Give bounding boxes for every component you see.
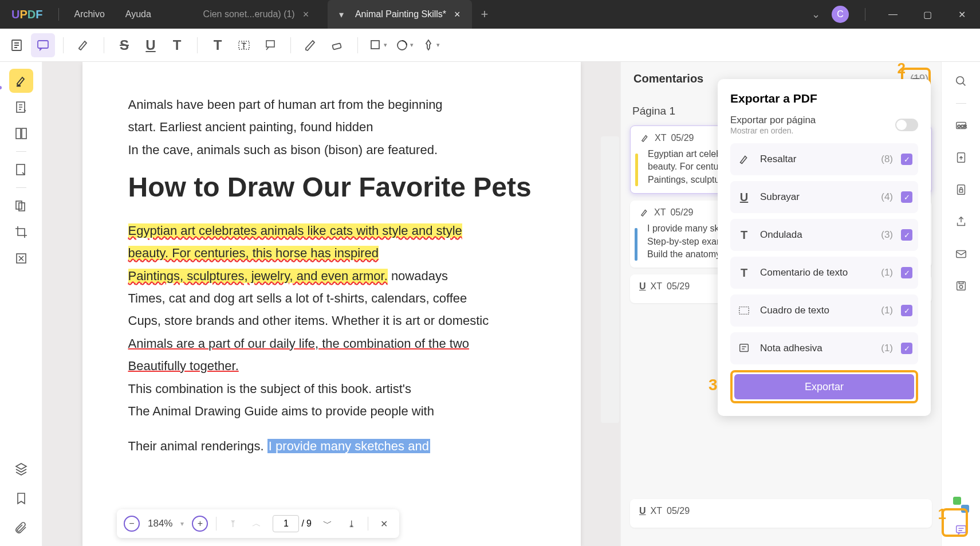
left-rail — [0, 62, 42, 546]
underline-icon: U — [639, 506, 646, 516]
textbox-tool[interactable]: T — [232, 33, 256, 57]
stamp-tool[interactable]: ▾ — [392, 33, 416, 57]
export-type-item[interactable]: U Subrayar(4) ✓ — [730, 181, 918, 213]
export-type-item[interactable]: Cuadro de texto(1) ✓ — [730, 294, 918, 327]
close-icon[interactable]: × — [454, 9, 461, 21]
layers-icon[interactable] — [9, 457, 33, 481]
svg-rect-1 — [38, 41, 48, 48]
toolbar: S U T T T ▾ ▾ ▾ — [0, 29, 980, 62]
svg-point-26 — [959, 285, 963, 289]
chevron-down-icon[interactable]: ⌄ — [812, 8, 820, 21]
checkbox[interactable]: ✓ — [901, 305, 912, 316]
zoom-in-button[interactable]: + — [192, 516, 208, 532]
page-input[interactable] — [273, 515, 299, 532]
export-type-item[interactable]: Resaltar(8) ✓ — [730, 143, 918, 175]
tab-inactive[interactable]: Cien sonet...eruda) (1) × — [184, 0, 328, 29]
svg-rect-17 — [740, 344, 749, 352]
svg-rect-24 — [956, 251, 966, 258]
bookmark-icon[interactable] — [9, 486, 33, 510]
tab-active[interactable]: ▾ Animal Painting Skills* × — [328, 0, 472, 29]
checkbox[interactable]: ✓ — [901, 154, 912, 165]
comments-title: Comentarios — [633, 72, 703, 85]
attachment-icon[interactable] — [9, 516, 33, 540]
scrollbar[interactable] — [601, 136, 619, 423]
highlight-sidebar-icon[interactable] — [9, 69, 33, 93]
highlight-tool[interactable] — [72, 33, 96, 57]
comments-toggle-icon[interactable] — [951, 520, 971, 540]
redact-sidebar-icon[interactable] — [9, 246, 33, 270]
checkbox[interactable]: ✓ — [901, 267, 912, 278]
page-navigation: − 184% ▾ + ⤒ ︿ / 9 ﹀ ⤓ ✕ — [117, 509, 399, 538]
zoom-out-button[interactable]: − — [124, 516, 140, 532]
underline-tool[interactable]: U — [139, 33, 163, 57]
new-tab-button[interactable]: + — [472, 7, 498, 22]
pin-tool[interactable]: ▾ — [419, 33, 443, 57]
convert-icon[interactable] — [951, 147, 971, 168]
maximize-button[interactable]: ▢ — [916, 9, 939, 20]
organize-sidebar-icon[interactable] — [9, 194, 33, 218]
pencil-tool[interactable] — [299, 33, 323, 57]
squiggly-tool[interactable]: T — [165, 33, 189, 57]
text-icon: T — [736, 265, 752, 281]
reader-tool[interactable] — [5, 33, 29, 57]
share-icon[interactable] — [951, 211, 971, 232]
close-button[interactable]: ✕ — [950, 9, 973, 20]
export-type-item[interactable]: T Comentario de texto(1) ✓ — [730, 257, 918, 289]
export-type-item[interactable]: T Ondulada(3) ✓ — [730, 219, 918, 251]
svg-text:T: T — [242, 42, 246, 50]
dropdown-icon[interactable]: ▾ — [339, 9, 344, 20]
close-icon[interactable]: × — [303, 9, 309, 21]
export-type-item[interactable]: Nota adhesiva(1) ✓ — [730, 332, 918, 364]
svg-rect-27 — [959, 282, 963, 284]
next-page-button[interactable]: ﹀ — [320, 516, 336, 532]
ocr-icon[interactable]: OCR — [951, 115, 971, 136]
document-area[interactable]: Animals have been part of human art from… — [42, 62, 620, 546]
body-text: Their animal renderings. I provide many … — [128, 435, 535, 457]
menu-ayuda[interactable]: Ayuda — [115, 9, 162, 19]
checkbox[interactable]: ✓ — [901, 229, 912, 241]
theme-icon[interactable] — [953, 497, 969, 513]
page: Animals have been part of human art from… — [82, 62, 581, 546]
avatar[interactable]: C — [832, 6, 849, 23]
svg-rect-23 — [959, 190, 963, 193]
zoom-level[interactable]: 184% — [148, 518, 172, 529]
save-icon[interactable] — [951, 276, 971, 296]
first-page-button[interactable]: ⤒ — [225, 516, 241, 532]
menu-archivo[interactable]: Archivo — [64, 9, 115, 19]
per-page-toggle[interactable] — [895, 119, 918, 131]
svg-rect-5 — [332, 43, 341, 49]
edit-sidebar-icon[interactable] — [9, 95, 33, 119]
text-tool[interactable]: T — [206, 33, 230, 57]
callout-3: 3 — [709, 376, 718, 394]
crop-sidebar-icon[interactable] — [9, 220, 33, 244]
svg-rect-6 — [371, 41, 379, 49]
svg-point-18 — [956, 77, 963, 84]
body-text: start. Earliest ancient painting, found … — [128, 116, 535, 138]
comment-item[interactable]: U XT 05/29 — [630, 499, 932, 528]
shape-tool[interactable]: ▾ — [366, 33, 390, 57]
protect-icon[interactable] — [951, 179, 971, 200]
body-text: The Animal Drawing Guide aims to provide… — [128, 400, 535, 422]
callout-1: 1 — [938, 505, 946, 523]
email-icon[interactable] — [951, 243, 971, 264]
close-nav-button[interactable]: ✕ — [376, 516, 392, 532]
export-button[interactable]: Exportar — [734, 374, 914, 399]
callout-tool[interactable] — [258, 33, 282, 57]
strikethrough-tool[interactable]: S — [112, 33, 136, 57]
highlight-icon — [736, 151, 752, 167]
prev-page-button[interactable]: ︿ — [249, 516, 265, 532]
export-title: Exportar a PDF — [730, 92, 918, 105]
comments-panel: Comentarios 2 (19) Página 1 XT 05/29 Egy… — [620, 62, 941, 546]
right-rail: OCR 1 — [941, 62, 980, 546]
eraser-tool[interactable] — [325, 33, 349, 57]
checkbox[interactable]: ✓ — [901, 343, 912, 354]
highlight-icon — [640, 133, 650, 143]
search-icon[interactable] — [951, 71, 971, 92]
minimize-button[interactable]: — — [881, 9, 904, 19]
comment-tool[interactable] — [31, 33, 55, 57]
checkbox[interactable]: ✓ — [901, 191, 912, 203]
export-per-page-label: Exportar por página — [730, 115, 816, 126]
form-sidebar-icon[interactable] — [9, 158, 33, 182]
last-page-button[interactable]: ⤓ — [344, 516, 360, 532]
pages-sidebar-icon[interactable] — [9, 121, 33, 146]
